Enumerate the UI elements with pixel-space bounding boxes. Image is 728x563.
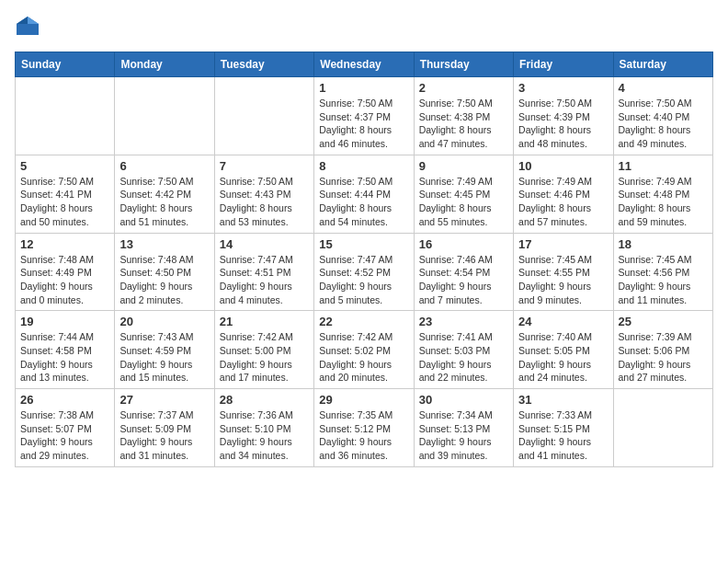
day-number: 10	[518, 159, 608, 173]
logo-icon	[15, 15, 40, 40]
col-header-tuesday: Tuesday	[214, 52, 313, 77]
day-number: 13	[119, 237, 209, 251]
calendar-cell: 8Sunrise: 7:50 AMSunset: 4:44 PMDaylight…	[314, 155, 414, 233]
calendar-cell: 27Sunrise: 7:37 AMSunset: 5:09 PMDayligh…	[115, 389, 214, 467]
svg-marker-1	[28, 17, 39, 24]
calendar-cell: 2Sunrise: 7:50 AMSunset: 4:38 PMDaylight…	[414, 77, 513, 155]
calendar-cell	[214, 77, 313, 155]
calendar-cell: 11Sunrise: 7:49 AMSunset: 4:48 PMDayligh…	[613, 155, 712, 233]
week-row-5: 26Sunrise: 7:38 AMSunset: 5:07 PMDayligh…	[16, 389, 713, 467]
calendar-cell: 23Sunrise: 7:41 AMSunset: 5:03 PMDayligh…	[414, 311, 513, 389]
day-info: Sunrise: 7:45 AMSunset: 4:55 PMDaylight:…	[518, 253, 608, 307]
day-info: Sunrise: 7:50 AMSunset: 4:37 PMDaylight:…	[319, 97, 408, 151]
day-info: Sunrise: 7:50 AMSunset: 4:40 PMDaylight:…	[619, 97, 708, 151]
day-info: Sunrise: 7:42 AMSunset: 5:00 PMDaylight:…	[220, 330, 309, 385]
day-info: Sunrise: 7:49 AMSunset: 4:45 PMDaylight:…	[419, 175, 508, 229]
logo	[15, 15, 44, 40]
day-number: 19	[20, 315, 109, 328]
day-number: 17	[518, 237, 608, 251]
calendar-cell: 6Sunrise: 7:50 AMSunset: 4:42 PMDaylight…	[115, 155, 214, 233]
day-number: 3	[518, 81, 608, 95]
day-info: Sunrise: 7:50 AMSunset: 4:44 PMDaylight:…	[319, 175, 408, 229]
calendar-table: SundayMondayTuesdayWednesdayThursdayFrid…	[15, 52, 713, 467]
calendar-cell: 3Sunrise: 7:50 AMSunset: 4:39 PMDaylight…	[514, 77, 613, 155]
day-number: 4	[619, 81, 708, 95]
day-number: 1	[319, 81, 408, 95]
day-info: Sunrise: 7:34 AMSunset: 5:13 PMDaylight:…	[419, 408, 508, 463]
day-info: Sunrise: 7:48 AMSunset: 4:50 PMDaylight:…	[119, 253, 209, 307]
calendar-header-row: SundayMondayTuesdayWednesdayThursdayFrid…	[16, 52, 713, 77]
week-row-4: 19Sunrise: 7:44 AMSunset: 4:58 PMDayligh…	[16, 311, 713, 389]
day-info: Sunrise: 7:42 AMSunset: 5:02 PMDaylight:…	[319, 330, 408, 385]
calendar-cell: 5Sunrise: 7:50 AMSunset: 4:41 PMDaylight…	[16, 155, 115, 233]
day-info: Sunrise: 7:49 AMSunset: 4:46 PMDaylight:…	[518, 175, 608, 229]
day-info: Sunrise: 7:47 AMSunset: 4:51 PMDaylight:…	[220, 253, 309, 307]
day-info: Sunrise: 7:50 AMSunset: 4:39 PMDaylight:…	[518, 97, 608, 151]
day-number: 15	[319, 237, 408, 251]
calendar-cell: 21Sunrise: 7:42 AMSunset: 5:00 PMDayligh…	[214, 311, 313, 389]
day-info: Sunrise: 7:38 AMSunset: 5:07 PMDaylight:…	[20, 408, 109, 463]
calendar-cell: 9Sunrise: 7:49 AMSunset: 4:45 PMDaylight…	[414, 155, 513, 233]
day-number: 24	[518, 315, 608, 328]
calendar-cell: 20Sunrise: 7:43 AMSunset: 4:59 PMDayligh…	[115, 311, 214, 389]
day-info: Sunrise: 7:48 AMSunset: 4:49 PMDaylight:…	[20, 253, 109, 307]
day-number: 30	[419, 393, 508, 407]
day-number: 2	[419, 81, 508, 95]
day-number: 26	[20, 393, 109, 407]
calendar-cell: 28Sunrise: 7:36 AMSunset: 5:10 PMDayligh…	[214, 389, 313, 467]
calendar-cell	[16, 77, 115, 155]
calendar-cell	[115, 77, 214, 155]
calendar-cell: 19Sunrise: 7:44 AMSunset: 4:58 PMDayligh…	[16, 311, 115, 389]
calendar-cell: 10Sunrise: 7:49 AMSunset: 4:46 PMDayligh…	[514, 155, 613, 233]
day-number: 7	[220, 159, 309, 173]
day-number: 18	[619, 237, 708, 251]
calendar-cell: 7Sunrise: 7:50 AMSunset: 4:43 PMDaylight…	[214, 155, 313, 233]
calendar-cell: 13Sunrise: 7:48 AMSunset: 4:50 PMDayligh…	[115, 233, 214, 311]
week-row-2: 5Sunrise: 7:50 AMSunset: 4:41 PMDaylight…	[16, 155, 713, 233]
calendar-cell: 15Sunrise: 7:47 AMSunset: 4:52 PMDayligh…	[314, 233, 414, 311]
day-number: 29	[319, 393, 408, 407]
day-info: Sunrise: 7:50 AMSunset: 4:42 PMDaylight:…	[119, 175, 209, 229]
calendar-cell	[613, 389, 712, 467]
day-number: 12	[20, 237, 109, 251]
day-info: Sunrise: 7:37 AMSunset: 5:09 PMDaylight:…	[119, 408, 209, 463]
col-header-saturday: Saturday	[613, 52, 712, 77]
page-header	[15, 15, 713, 40]
day-info: Sunrise: 7:39 AMSunset: 5:06 PMDaylight:…	[619, 330, 708, 385]
day-number: 11	[619, 159, 708, 173]
calendar-cell: 29Sunrise: 7:35 AMSunset: 5:12 PMDayligh…	[314, 389, 414, 467]
day-number: 5	[20, 159, 109, 173]
day-number: 31	[518, 393, 608, 407]
day-info: Sunrise: 7:44 AMSunset: 4:58 PMDaylight:…	[20, 330, 109, 385]
svg-marker-2	[17, 17, 28, 24]
calendar-cell: 22Sunrise: 7:42 AMSunset: 5:02 PMDayligh…	[314, 311, 414, 389]
day-info: Sunrise: 7:49 AMSunset: 4:48 PMDaylight:…	[619, 175, 708, 229]
day-info: Sunrise: 7:46 AMSunset: 4:54 PMDaylight:…	[419, 253, 508, 307]
day-number: 22	[319, 315, 408, 328]
week-row-1: 1Sunrise: 7:50 AMSunset: 4:37 PMDaylight…	[16, 77, 713, 155]
col-header-monday: Monday	[115, 52, 214, 77]
calendar-cell: 30Sunrise: 7:34 AMSunset: 5:13 PMDayligh…	[414, 389, 513, 467]
calendar-cell: 25Sunrise: 7:39 AMSunset: 5:06 PMDayligh…	[613, 311, 712, 389]
day-info: Sunrise: 7:33 AMSunset: 5:15 PMDaylight:…	[518, 408, 608, 463]
calendar-cell: 14Sunrise: 7:47 AMSunset: 4:51 PMDayligh…	[214, 233, 313, 311]
calendar-cell: 18Sunrise: 7:45 AMSunset: 4:56 PMDayligh…	[613, 233, 712, 311]
day-number: 21	[220, 315, 309, 328]
day-info: Sunrise: 7:50 AMSunset: 4:41 PMDaylight:…	[20, 175, 109, 229]
day-info: Sunrise: 7:45 AMSunset: 4:56 PMDaylight:…	[619, 253, 708, 307]
calendar-cell: 26Sunrise: 7:38 AMSunset: 5:07 PMDayligh…	[16, 389, 115, 467]
day-number: 25	[619, 315, 708, 328]
day-info: Sunrise: 7:35 AMSunset: 5:12 PMDaylight:…	[319, 408, 408, 463]
col-header-wednesday: Wednesday	[314, 52, 414, 77]
calendar-cell: 17Sunrise: 7:45 AMSunset: 4:55 PMDayligh…	[514, 233, 613, 311]
day-number: 28	[220, 393, 309, 407]
day-info: Sunrise: 7:41 AMSunset: 5:03 PMDaylight:…	[419, 330, 508, 385]
day-info: Sunrise: 7:36 AMSunset: 5:10 PMDaylight:…	[220, 408, 309, 463]
col-header-thursday: Thursday	[414, 52, 513, 77]
day-number: 20	[119, 315, 209, 328]
day-number: 16	[419, 237, 508, 251]
day-info: Sunrise: 7:40 AMSunset: 5:05 PMDaylight:…	[518, 330, 608, 385]
calendar-cell: 31Sunrise: 7:33 AMSunset: 5:15 PMDayligh…	[514, 389, 613, 467]
day-number: 6	[119, 159, 209, 173]
day-info: Sunrise: 7:50 AMSunset: 4:43 PMDaylight:…	[220, 175, 309, 229]
